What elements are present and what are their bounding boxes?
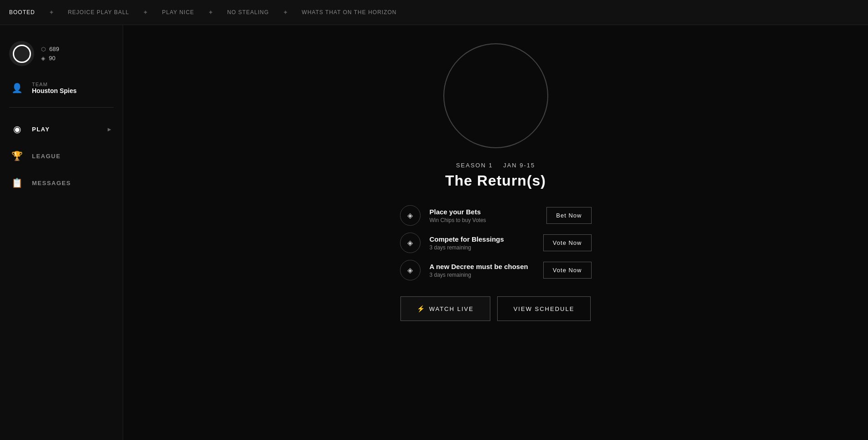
votes-icon: ◈	[41, 55, 45, 62]
sidebar-divider	[9, 107, 114, 108]
sidebar-item-messages[interactable]: 📋 MESSAGES	[0, 171, 123, 195]
decree-text: A new Decree must be chosen 3 days remai…	[430, 263, 534, 278]
action-decree: ◈ A new Decree must be chosen 3 days rem…	[400, 260, 592, 280]
lightning-icon: ⚡	[417, 305, 426, 312]
season-dates: JAN 9-15	[503, 162, 535, 169]
play-icon: ◉	[11, 124, 23, 135]
chips-value: 689	[49, 46, 59, 52]
topnav-item-nostealing[interactable]: NO STEALING	[227, 9, 269, 16]
decree-subtitle: 3 days remaining	[430, 272, 534, 278]
blessings-icon: ◈	[400, 233, 421, 253]
blessings-title: Compete for Blessings	[430, 235, 534, 243]
topnav-dot-2: ✦	[143, 9, 148, 16]
user-stats: ⬡ 689 ◈ 90	[41, 46, 59, 62]
season-title: The Return(s)	[445, 172, 546, 189]
topnav-dot-4: ✦	[283, 9, 288, 16]
bets-subtitle: Win Chips to buy Votes	[430, 217, 538, 223]
main-circle-graphic	[443, 43, 548, 148]
blessings-vote-button[interactable]: Vote Now	[543, 234, 592, 251]
decree-icon: ◈	[400, 260, 421, 280]
sidebar-item-play[interactable]: ◉ PLAY ▶	[0, 117, 123, 141]
action-bets: ◈ Place your Bets Win Chips to buy Votes…	[400, 205, 592, 226]
decree-title: A new Decree must be chosen	[430, 263, 534, 270]
team-info: TEAM Houston Spies	[32, 82, 77, 94]
play-arrow-icon: ▶	[108, 127, 111, 132]
votes-stat: ◈ 90	[41, 55, 59, 62]
season-meta: SEASON 1 JAN 9-15	[445, 162, 546, 169]
main-content: SEASON 1 JAN 9-15 The Return(s) ◈ Place …	[123, 25, 868, 440]
votes-value: 90	[49, 55, 55, 62]
avatar	[9, 41, 34, 66]
decree-vote-button[interactable]: Vote Now	[543, 262, 592, 279]
chips-stat: ⬡ 689	[41, 46, 59, 52]
main-circle-container	[443, 43, 548, 148]
topnav-dot-1: ✦	[49, 9, 54, 16]
view-schedule-button[interactable]: VIEW SCHEDULE	[497, 296, 591, 321]
season-info: SEASON 1 JAN 9-15 The Return(s)	[445, 162, 546, 189]
team-name: Houston Spies	[32, 87, 77, 94]
avatar-diamond	[9, 41, 35, 67]
watch-live-button[interactable]: ⚡ WATCH LIVE	[400, 296, 490, 321]
topnav-item-playnice[interactable]: PLAY NICE	[162, 9, 194, 16]
sidebar-nav: ◉ PLAY ▶ 🏆 LEAGUE 📋 MESSAGES	[0, 117, 123, 195]
user-section: ⬡ 689 ◈ 90	[0, 34, 123, 75]
blessings-subtitle: 3 days remaining	[430, 244, 534, 251]
team-label: TEAM	[32, 82, 77, 87]
topnav-item-rejoice[interactable]: REJOICE PLAY BALL	[68, 9, 130, 16]
action-blessings: ◈ Compete for Blessings 3 days remaining…	[400, 233, 592, 253]
topnav-item-booted[interactable]: BOOTED	[9, 9, 35, 16]
team-icon: 👤	[9, 80, 25, 96]
topnav-item-horizon[interactable]: WHATS THAT ON THE HORIZON	[302, 9, 397, 16]
blessings-text: Compete for Blessings 3 days remaining	[430, 235, 534, 251]
bet-now-button[interactable]: Bet Now	[546, 207, 591, 224]
main-layout: ⬡ 689 ◈ 90 👤 TEAM Houston Spies ◉ PLAY ▶	[0, 25, 868, 440]
bets-text: Place your Bets Win Chips to buy Votes	[430, 208, 538, 223]
team-section: 👤 TEAM Houston Spies	[0, 75, 123, 105]
bets-icon: ◈	[400, 205, 421, 226]
messages-icon: 📋	[11, 177, 23, 188]
league-label: LEAGUE	[32, 153, 111, 160]
top-nav: BOOTED ✦ REJOICE PLAY BALL ✦ PLAY NICE ✦…	[0, 0, 868, 25]
messages-label: MESSAGES	[32, 180, 111, 186]
bets-title: Place your Bets	[430, 208, 538, 216]
watch-live-label: WATCH LIVE	[429, 305, 474, 312]
bottom-buttons: ⚡ WATCH LIVE VIEW SCHEDULE	[400, 296, 591, 321]
topnav-dot-3: ✦	[208, 9, 213, 16]
chips-icon: ⬡	[41, 46, 46, 52]
season-number: SEASON 1	[456, 162, 493, 169]
play-label: PLAY	[32, 126, 99, 133]
action-list: ◈ Place your Bets Win Chips to buy Votes…	[400, 205, 592, 280]
sidebar-item-league[interactable]: 🏆 LEAGUE	[0, 144, 123, 168]
league-icon: 🏆	[11, 150, 23, 161]
sidebar: ⬡ 689 ◈ 90 👤 TEAM Houston Spies ◉ PLAY ▶	[0, 25, 123, 440]
